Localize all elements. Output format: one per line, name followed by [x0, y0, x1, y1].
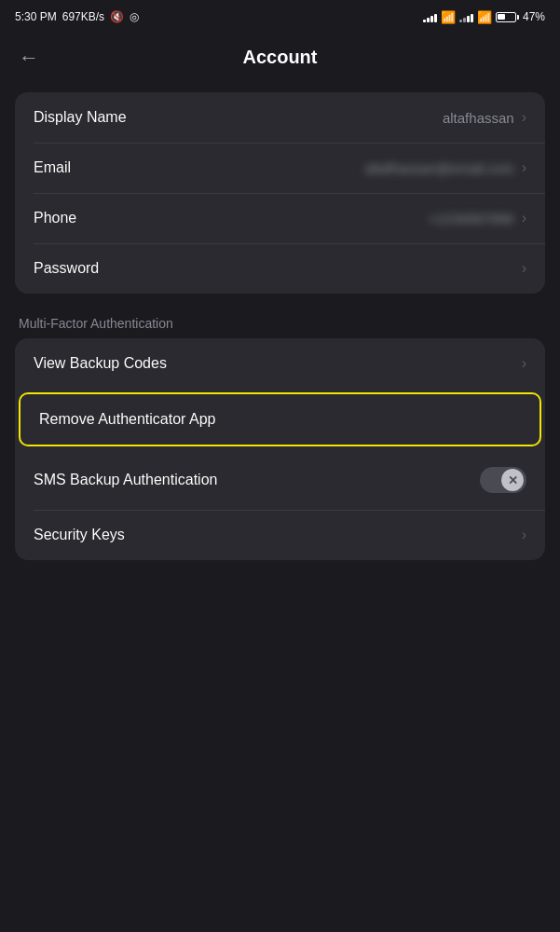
phone-label: Phone	[34, 210, 76, 226]
signal-bar	[459, 20, 462, 22]
signal-bar	[427, 18, 430, 22]
time-display: 5:30 PM	[15, 10, 57, 23]
signal-bar	[471, 14, 473, 22]
sms-backup-right: ✕	[480, 467, 526, 493]
signal-bar	[434, 14, 437, 22]
battery-percent: 47%	[523, 10, 545, 23]
highlighted-wrapper: Remove Authenticator App	[15, 389, 545, 450]
signal-bar	[463, 18, 466, 22]
signal-bars-2	[459, 11, 473, 22]
focus-icon: ◎	[130, 10, 139, 23]
remove-authenticator-label: Remove Authenticator App	[39, 411, 215, 428]
status-left: 5:30 PM 697KB/s 🔇 ◎	[15, 10, 139, 23]
back-arrow-icon: ←	[19, 46, 39, 70]
remove-authenticator-item[interactable]: Remove Authenticator App	[19, 392, 541, 446]
email-right: altafhassan@email.com ›	[364, 159, 526, 176]
chevron-right-icon: ›	[522, 527, 526, 543]
sms-backup-item[interactable]: SMS Backup Authentication ✕	[15, 450, 545, 510]
display-name-item[interactable]: Display Name altafhassan ›	[15, 92, 545, 143]
mute-icon: 🔇	[110, 10, 124, 23]
network-speed: 697KB/s	[62, 10, 104, 23]
security-keys-item[interactable]: Security Keys ›	[15, 510, 545, 560]
back-button[interactable]: ←	[19, 46, 39, 70]
wifi-icon: 📶	[441, 10, 456, 24]
chevron-right-icon: ›	[522, 159, 526, 176]
security-keys-label: Security Keys	[34, 527, 125, 543]
account-card: Display Name altafhassan › Email altafha…	[15, 92, 545, 294]
view-backup-codes-label: View Backup Codes	[34, 355, 167, 372]
header: ← Account	[0, 34, 560, 81]
chevron-right-icon: ›	[522, 355, 526, 372]
signal-bar	[423, 20, 426, 22]
security-keys-right: ›	[522, 527, 526, 543]
mfa-card: View Backup Codes › Remove Authenticator…	[15, 338, 545, 560]
phone-item[interactable]: Phone +1234567890 ›	[15, 193, 545, 243]
chevron-right-icon: ›	[522, 210, 526, 226]
password-right: ›	[522, 260, 526, 277]
sms-backup-label: SMS Backup Authentication	[34, 472, 217, 488]
email-value: altafhassan@email.com	[364, 160, 513, 176]
display-name-value: altafhassan	[443, 110, 514, 126]
status-right: 📶 📶 47%	[423, 10, 545, 24]
email-item[interactable]: Email altafhassan@email.com ›	[15, 143, 545, 193]
mfa-section-label: Multi-Factor Authentication	[15, 316, 545, 331]
signal-bar	[430, 16, 433, 22]
chevron-right-icon: ›	[522, 260, 526, 277]
toggle-x-icon: ✕	[508, 473, 518, 487]
display-name-label: Display Name	[34, 109, 127, 126]
phone-value: +1234567890	[428, 211, 513, 226]
status-bar: 5:30 PM 697KB/s 🔇 ◎ 📶 📶 47%	[0, 0, 560, 34]
signal-bar	[467, 16, 470, 22]
battery-fill	[498, 14, 505, 20]
wifi-icon-2: 📶	[477, 10, 492, 24]
signal-bars-1	[423, 11, 437, 22]
battery-indicator	[496, 12, 519, 22]
sms-toggle[interactable]: ✕	[480, 467, 526, 493]
phone-right: +1234567890 ›	[428, 210, 526, 226]
view-backup-codes-right: ›	[522, 355, 526, 372]
content: Display Name altafhassan › Email altafha…	[0, 81, 560, 571]
battery-body	[496, 12, 516, 22]
mfa-section: Multi-Factor Authentication View Backup …	[15, 316, 545, 560]
email-label: Email	[34, 159, 71, 176]
view-backup-codes-item[interactable]: View Backup Codes ›	[15, 338, 545, 389]
battery-tip	[517, 15, 519, 20]
display-name-right: altafhassan ›	[443, 109, 526, 126]
password-item[interactable]: Password ›	[15, 243, 545, 294]
chevron-right-icon: ›	[522, 109, 526, 126]
page-title: Account	[243, 47, 318, 68]
password-label: Password	[34, 260, 99, 277]
toggle-knob: ✕	[501, 469, 524, 491]
